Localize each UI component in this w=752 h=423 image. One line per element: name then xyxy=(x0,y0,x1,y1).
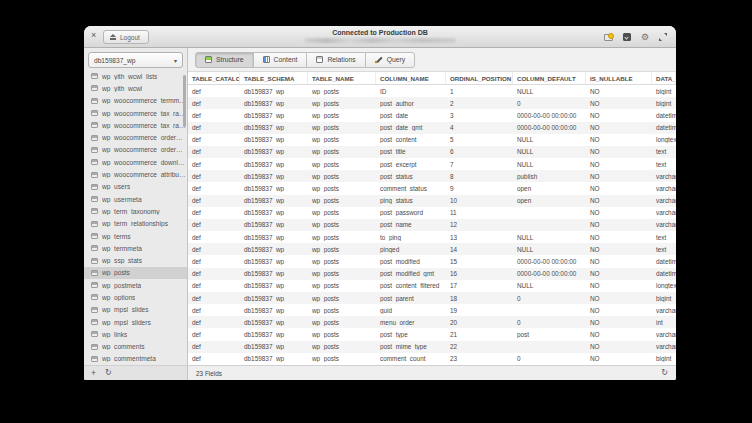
table-row[interactable]: defdb159837_wpwp_postspost_date30000-00-… xyxy=(188,109,676,121)
table-icon xyxy=(91,73,98,79)
table-row[interactable]: defdb159837_wpwp_postspost_status8publis… xyxy=(188,170,676,182)
logout-button[interactable]: Logout xyxy=(103,30,149,44)
table-icon xyxy=(91,331,98,337)
sidebar-item-wp_woocommerce_order_itemmeta[interactable]: wp_woocommerce_order_itemmeta xyxy=(84,144,187,156)
sidebar-item-wp_posts[interactable]: wp_posts xyxy=(84,267,187,279)
table-row[interactable]: defdb159837_wpwp_postspost_author20NObig… xyxy=(188,97,676,109)
refresh-tables-button[interactable]: ↻ xyxy=(105,369,112,377)
table-row[interactable]: defdb159837_wpwp_postspost_parent180NObi… xyxy=(188,292,676,304)
add-connection-button[interactable]: + xyxy=(91,369,96,378)
table-row[interactable]: defdb159837_wpwp_postsping_status10openN… xyxy=(188,195,676,207)
sidebar-item-wp_woocommerce_attribute_taxonomies[interactable]: wp_woocommerce_attribute_taxonomies xyxy=(84,168,187,180)
sidebar-item-wp_yith_wcwl[interactable]: wp_yith_wcwl xyxy=(84,82,187,94)
sidebar-item-wp_yith_wcwl_lists[interactable]: wp_yith_wcwl_lists xyxy=(84,70,187,82)
table-cell: wp_posts xyxy=(308,221,376,228)
relations-icon xyxy=(316,56,323,63)
close-window-button[interactable]: × xyxy=(91,31,96,40)
sidebar-item-label: wp_woocommerce_tax_rates xyxy=(102,122,186,129)
column-header-column_name[interactable]: COLUMN_NAME xyxy=(376,72,446,84)
sidebar-item-wp_options[interactable]: wp_options xyxy=(84,291,187,303)
sidebar-item-wp_woocommerce_tax_rates[interactable]: wp_woocommerce_tax_rates xyxy=(84,119,187,131)
table-cell: NO xyxy=(586,295,652,302)
column-header-column_default[interactable]: COLUMN_DEFAULT xyxy=(513,72,586,84)
table-cell: db159837_wp xyxy=(240,307,308,314)
sidebar-item-wp_term_taxonomy[interactable]: wp_term_taxonomy xyxy=(84,205,187,217)
sidebar-item-wp_usermeta[interactable]: wp_usermeta xyxy=(84,193,187,205)
table-row[interactable]: defdb159837_wpwp_postspost_modified_gmt1… xyxy=(188,268,676,280)
sidebar-item-wp_termmeta[interactable]: wp_termmeta xyxy=(84,242,187,254)
table-row[interactable]: defdb159837_wpwp_postspost_mime_type22NO… xyxy=(188,341,676,353)
terminal-icon[interactable] xyxy=(623,33,631,41)
table-cell: def xyxy=(188,148,240,155)
table-cell: varchar xyxy=(652,307,676,314)
sidebar-item-wp_users[interactable]: wp_users xyxy=(84,181,187,193)
table-row[interactable]: defdb159837_wpwp_postspost_title6NULLNOt… xyxy=(188,146,676,158)
sidebar-item-wp_comments[interactable]: wp_comments xyxy=(84,341,187,353)
sidebar-item-label: wp_woocommerce_attribute_taxonomies xyxy=(102,171,186,178)
table-icon xyxy=(91,196,98,202)
sidebar-item-wp_mpsl_slides[interactable]: wp_mpsl_slides xyxy=(84,304,187,316)
table-row[interactable]: defdb159837_wpwp_postspost_password11NOv… xyxy=(188,207,676,219)
tab-structure[interactable]: Structure xyxy=(195,52,254,68)
table-cell: def xyxy=(188,282,240,289)
column-header-table_catalog[interactable]: TABLE_CATALOG xyxy=(188,72,240,84)
table-cell: def xyxy=(188,209,240,216)
sidebar-item-wp_woocommerce_order_items[interactable]: wp_woocommerce_order_items xyxy=(84,131,187,143)
column-header-is_nullable[interactable]: IS_NULLABLE xyxy=(586,72,652,84)
table-cell: 10 xyxy=(446,197,513,204)
sidebar-item-wp_woocommerce_termmeta[interactable]: wp_woocommerce_termmeta xyxy=(84,95,187,107)
table-row[interactable]: defdb159837_wpwp_postspost_content5NULLN… xyxy=(188,134,676,146)
column-header-table_schema[interactable]: TABLE_SCHEMA xyxy=(240,72,308,84)
table-cell: int xyxy=(652,319,676,326)
sidebar-item-wp_terms[interactable]: wp_terms xyxy=(84,230,187,242)
table-cell: wp_posts xyxy=(308,343,376,350)
table-row[interactable]: defdb159837_wpwp_postspost_type21postNOv… xyxy=(188,328,676,340)
tab-label: Content xyxy=(274,56,298,63)
sidebar-item-wp_woocommerce_tax_rate_locations[interactable]: wp_woocommerce_tax_rate_locations xyxy=(84,107,187,119)
table-row[interactable]: defdb159837_wpwp_postspinged14NULLNOtext xyxy=(188,243,676,255)
table-cell: 20 xyxy=(446,319,513,326)
sidebar-item-wp_woocommerce_downloadable_product_permissions[interactable]: wp_woocommerce_downloadable_product_perm… xyxy=(84,156,187,168)
table-cell: bigint xyxy=(652,100,676,107)
table-cell: longtext xyxy=(652,282,676,289)
sidebar-item-wp_term_relationships[interactable]: wp_term_relationships xyxy=(84,218,187,230)
tab-query[interactable]: Query xyxy=(365,52,416,68)
sidebar-scrollbar[interactable] xyxy=(183,75,186,127)
column-header-data_type[interactable]: DATA_TYPE xyxy=(652,72,676,84)
table-row[interactable]: defdb159837_wpwp_postspost_name12NOvarch… xyxy=(188,219,676,231)
reload-structure-button[interactable]: ↻ xyxy=(661,369,668,377)
table-cell: db159837_wp xyxy=(240,112,308,119)
table-row[interactable]: defdb159837_wpwp_postscomment_count230NO… xyxy=(188,353,676,365)
sidebar-item-wp_commentmeta[interactable]: wp_commentmeta xyxy=(84,353,187,365)
table-row[interactable]: defdb159837_wpwp_postspost_modified15000… xyxy=(188,255,676,267)
table-cell: db159837_wp xyxy=(240,282,308,289)
sidebar-item-wp_postmeta[interactable]: wp_postmeta xyxy=(84,279,187,291)
table-row[interactable]: defdb159837_wpwp_postsmenu_order200NOint xyxy=(188,316,676,328)
fullscreen-icon[interactable] xyxy=(659,33,667,41)
table-row[interactable]: defdb159837_wpwp_postspost_content_filte… xyxy=(188,280,676,292)
table-row[interactable]: defdb159837_wpwp_postspost_excerpt7NULLN… xyxy=(188,158,676,170)
table-row[interactable]: defdb159837_wpwp_postspost_date_gmt40000… xyxy=(188,122,676,134)
table-cell: post_modified_gmt xyxy=(376,270,446,277)
gear-icon[interactable]: ⚙ xyxy=(641,33,649,42)
table-row[interactable]: defdb159837_wpwp_poststo_ping13NULLNOtex… xyxy=(188,231,676,243)
new-window-badge-icon[interactable] xyxy=(604,34,613,41)
table-row[interactable]: defdb159837_wpwp_postscomment_status9ope… xyxy=(188,182,676,194)
database-selector[interactable]: db159837_wp ▾ xyxy=(88,52,183,68)
table-cell: post_mime_type xyxy=(376,343,446,350)
table-cell: post_excerpt xyxy=(376,161,446,168)
table-cell: def xyxy=(188,197,240,204)
table-row[interactable]: defdb159837_wpwp_postsID1NULLNObigint xyxy=(188,85,676,97)
sidebar-item-wp_mpsl_sliders[interactable]: wp_mpsl_sliders xyxy=(84,316,187,328)
table-cell: varchar xyxy=(652,173,676,180)
column-header-table_name[interactable]: TABLE_NAME xyxy=(308,72,376,84)
table-cell: db159837_wp xyxy=(240,270,308,277)
table-cell: NO xyxy=(586,148,652,155)
sidebar-item-wp_ssp_stats[interactable]: wp_ssp_stats xyxy=(84,254,187,266)
sidebar-item-wp_links[interactable]: wp_links xyxy=(84,328,187,340)
table-cell: db159837_wp xyxy=(240,124,308,131)
tab-relations[interactable]: Relations xyxy=(306,52,365,68)
column-header-ordinal_position[interactable]: ORDINAL_POSITION xyxy=(446,72,513,84)
tab-content[interactable]: Content xyxy=(253,52,308,68)
table-row[interactable]: defdb159837_wpwp_postsguid19NOvarchar xyxy=(188,304,676,316)
